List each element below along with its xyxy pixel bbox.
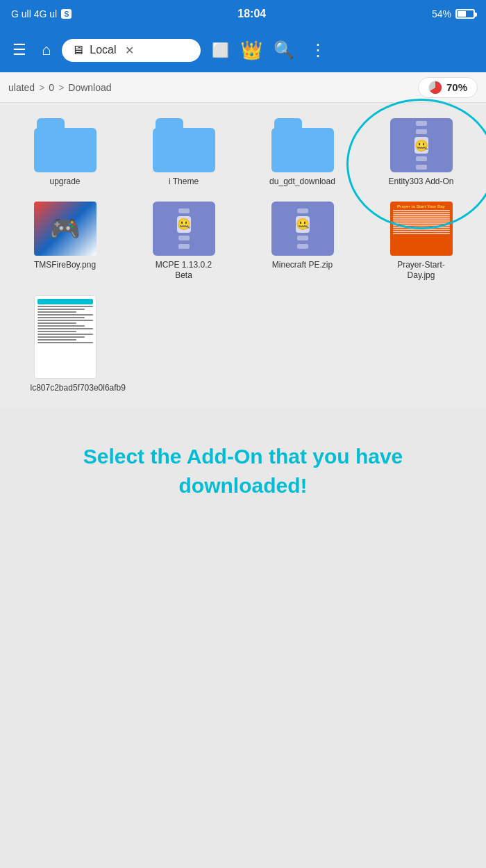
file-item-du-gdt[interactable]: du_gdt_download	[243, 111, 362, 195]
tab-icon: 🖥	[72, 43, 84, 58]
breadcrumb-emulated[interactable]: ulated	[8, 82, 35, 93]
file-item-itheme[interactable]: i Theme	[124, 111, 243, 195]
folder-icon-upgrade	[34, 118, 97, 172]
file-label-mcpe: MCPE 1.13.0.2 Beta	[149, 260, 219, 281]
file-label-prayer: Prayer-Start-Day.jpg	[387, 260, 456, 281]
file-label-du-gdt: du_gdt_download	[269, 177, 335, 188]
breadcrumb-arrow-2: >	[58, 82, 64, 93]
sim-icon: S	[61, 9, 72, 19]
folder-icon-du-gdt	[271, 118, 334, 172]
file-item-mcpezip[interactable]: 🤐 Minecraft PE.zip	[243, 195, 362, 288]
home-button[interactable]: ⌂	[37, 37, 55, 63]
nav-bar: ☰ ⌂ 🖥 Local ✕ ⬜ 👑 🔍 ⋮	[0, 28, 486, 72]
breadcrumb-download[interactable]: Download	[68, 82, 111, 93]
file-item-screenshot[interactable]: lc807c2bad5f703e0l6afb9	[6, 288, 124, 401]
signal-area: G ull 4G ul S	[11, 8, 72, 19]
file-label-fireboy: TMSFireBoy.png	[34, 260, 96, 271]
tab-label: Local	[90, 44, 116, 56]
storage-badge: 70%	[418, 77, 478, 98]
file-item-entity303[interactable]: 🤐 Entity303 Add-On	[362, 111, 480, 195]
pie-chart-icon	[428, 81, 442, 95]
search-button[interactable]: 🔍	[269, 36, 299, 64]
file-item-upgrade[interactable]: upgrade	[6, 111, 124, 195]
breadcrumb: ulated > 0 > Download 70%	[0, 72, 486, 103]
file-label-screenshot: lc807c2bad5f703e0l6afb9	[31, 383, 100, 394]
prayer-thumbnail: Prayer to Start Your Day	[390, 202, 453, 256]
zip-icon-mcpezip: 🤐	[271, 202, 334, 256]
status-bar: G ull 4G ul S 18:04 54%	[0, 0, 486, 28]
tab-close-button[interactable]: ✕	[125, 44, 134, 57]
instruction-text: Select the Add-On that you have download…	[28, 442, 458, 500]
breadcrumb-0[interactable]: 0	[49, 82, 54, 93]
file-label-upgrade: upgrade	[49, 177, 80, 188]
screenshot-thumbnail	[34, 295, 97, 379]
storage-percent: 70%	[446, 81, 467, 93]
cast-button[interactable]: ⬜	[208, 38, 233, 63]
crown-icon: 👑	[240, 40, 262, 61]
more-button[interactable]: ⋮	[305, 36, 329, 64]
file-label-itheme: i Theme	[169, 177, 199, 188]
zip-icon-mcpe: 🤐	[153, 202, 215, 256]
battery-label: 54%	[432, 8, 451, 19]
file-label-mcpezip: Minecraft PE.zip	[272, 260, 333, 271]
file-item-prayer[interactable]: Prayer to Start Your Day Prayer-Start-Da…	[362, 195, 480, 288]
file-item-fireboy[interactable]: 🎮 TMSFireBoy.png	[6, 195, 124, 288]
local-tab[interactable]: 🖥 Local ✕	[62, 39, 201, 62]
clock: 18:04	[237, 8, 266, 20]
file-item-mcpe[interactable]: 🤐 MCPE 1.13.0.2 Beta	[124, 195, 243, 288]
zip-icon-entity303: 🤐	[390, 118, 453, 172]
battery-icon	[455, 9, 475, 19]
folder-icon-itheme	[153, 118, 215, 172]
signal-icon: G ull 4G ul	[11, 8, 57, 19]
menu-button[interactable]: ☰	[8, 37, 31, 63]
instruction-area: Select the Add-On that you have download…	[0, 409, 486, 534]
file-label-entity303: Entity303 Add-On	[388, 177, 453, 188]
breadcrumb-arrow-1: >	[39, 82, 44, 93]
battery-area: 54%	[432, 8, 475, 19]
file-grid: upgrade i Theme du_gdt_download 🤐	[0, 103, 486, 409]
fireboy-thumbnail: 🎮	[34, 202, 97, 256]
